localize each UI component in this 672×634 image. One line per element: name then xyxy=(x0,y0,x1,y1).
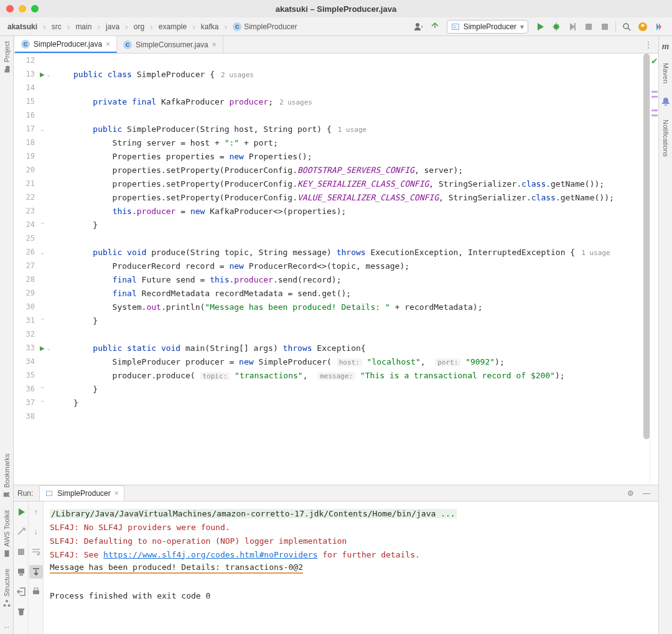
fold-icon[interactable]: ⌄ xyxy=(46,345,51,352)
run-settings-button[interactable] xyxy=(14,525,28,539)
fold-icon[interactable]: ⌃ xyxy=(40,317,45,324)
debug-button[interactable] xyxy=(549,20,563,34)
code-editor[interactable]: 12 13 ▶ ⌄14 15 16 17 ⌄18 19 20 21 22 23 … xyxy=(14,54,658,485)
tab-more-button[interactable]: ⋮ xyxy=(638,36,658,53)
line-number[interactable]: 24 xyxy=(14,220,37,229)
soft-wrap-button[interactable] xyxy=(29,545,43,559)
run-tab[interactable]: SimpleProducer × xyxy=(39,485,124,501)
run-config-selector[interactable]: SimpleProducer ▾ xyxy=(447,20,528,34)
code-line[interactable]: properties.setProperty(ProducerConfig.KE… xyxy=(73,177,650,190)
code-line[interactable]: properties.setProperty(ProducerConfig.VA… xyxy=(73,190,650,204)
line-number[interactable]: 18 xyxy=(14,138,37,147)
fold-icon[interactable]: ⌄ xyxy=(40,126,45,133)
crumb-example[interactable]: example xyxy=(156,21,189,32)
user-button[interactable] xyxy=(412,20,426,34)
line-number[interactable]: 13 xyxy=(14,70,37,78)
code-line[interactable]: Properties properties = new Properties()… xyxy=(73,149,650,163)
code-line[interactable] xyxy=(73,409,650,423)
build-button[interactable] xyxy=(428,20,442,34)
line-number[interactable]: 32 xyxy=(14,330,37,338)
code-line[interactable]: } xyxy=(73,218,650,231)
line-number[interactable]: 20 xyxy=(14,165,37,174)
print-button[interactable] xyxy=(29,585,43,599)
stop-button[interactable] xyxy=(598,20,612,34)
code-line[interactable] xyxy=(73,231,650,245)
code-line[interactable]: String server = host + ":" + port; xyxy=(73,136,650,149)
notifications-icon[interactable] xyxy=(659,95,673,108)
code-line[interactable]: } xyxy=(73,382,650,396)
code-area[interactable]: public class SimpleProducer {2 usages pr… xyxy=(73,54,650,485)
line-number[interactable]: 28 xyxy=(14,275,37,284)
crumb-kafka[interactable]: kafka xyxy=(198,21,222,32)
rerun-button[interactable] xyxy=(14,505,28,519)
line-number[interactable]: 27 xyxy=(14,261,37,270)
code-line[interactable]: private final KafkaProducer producer;2 u… xyxy=(73,95,650,108)
line-number[interactable]: 16 xyxy=(14,111,37,119)
code-line[interactable]: public void produce(String topic, String… xyxy=(73,245,650,259)
delete-button[interactable] xyxy=(14,605,28,618)
line-number[interactable]: 26 xyxy=(14,248,37,256)
code-line[interactable] xyxy=(73,108,650,122)
project-toolwindow-button[interactable]: Project xyxy=(2,41,11,73)
crumb-main[interactable]: main xyxy=(73,21,94,32)
crumb-org[interactable]: org xyxy=(131,21,147,32)
code-line[interactable]: } xyxy=(73,314,650,327)
vertical-scrollbar[interactable] xyxy=(643,54,650,485)
ide-services-button[interactable] xyxy=(652,20,666,34)
close-icon[interactable]: × xyxy=(114,489,119,498)
code-line[interactable]: final Future send = this.producer.send(r… xyxy=(73,273,650,286)
code-line[interactable] xyxy=(73,327,650,341)
stop-run-button[interactable] xyxy=(14,545,28,559)
code-line[interactable] xyxy=(73,81,650,95)
code-line[interactable]: System.out.println("Message has been pro… xyxy=(73,300,650,314)
crumb-src[interactable]: src xyxy=(49,21,64,32)
close-window-icon[interactable] xyxy=(6,5,14,12)
line-number[interactable]: 35 xyxy=(14,371,37,380)
minimize-window-icon[interactable] xyxy=(19,5,26,12)
crumb-project[interactable]: akatsuki xyxy=(5,21,40,32)
fold-icon[interactable]: ⌃ xyxy=(40,221,45,228)
update-button[interactable] xyxy=(636,20,650,34)
dump-threads-button[interactable] xyxy=(14,565,28,579)
bookmarks-toolwindow-button[interactable]: Bookmarks xyxy=(2,454,11,499)
notifications-toolwindow-button[interactable]: Notifications xyxy=(662,119,670,157)
fold-icon[interactable]: ⌄ xyxy=(40,249,45,256)
down-stack-button[interactable]: ↓ xyxy=(29,525,43,539)
line-number[interactable]: 15 xyxy=(14,97,37,106)
code-line[interactable]: this.producer = new KafkaProducer<>(prop… xyxy=(73,204,650,218)
console-link[interactable]: https://www.slf4j.org/codes.html#noProvi… xyxy=(103,550,317,559)
line-number[interactable]: 30 xyxy=(14,302,37,311)
run-settings-icon[interactable]: ⚙ xyxy=(623,487,637,500)
structure-toolwindow-button[interactable]: Structure xyxy=(2,569,11,608)
hide-panel-icon[interactable]: — xyxy=(640,487,653,500)
code-line[interactable]: public static void main(String[] args) t… xyxy=(73,341,650,355)
code-line[interactable]: public class SimpleProducer {2 usages xyxy=(73,67,650,81)
exit-button[interactable] xyxy=(14,585,28,599)
code-line[interactable]: SimpleProducer producer = new SimpleProd… xyxy=(73,355,650,368)
run-gutter-icon[interactable]: ▶ xyxy=(40,345,45,352)
line-number[interactable]: 36 xyxy=(14,385,37,393)
line-number[interactable]: 29 xyxy=(14,289,37,297)
close-icon[interactable]: × xyxy=(212,40,217,49)
code-line[interactable]: producer.produce( topic: "transactions",… xyxy=(73,368,650,382)
line-number[interactable]: 31 xyxy=(14,316,37,325)
console-output[interactable]: /Library/Java/JavaVirtualMachines/amazon… xyxy=(44,501,658,634)
more-toolwindows-button[interactable]: ... xyxy=(4,619,9,634)
line-number[interactable]: 17 xyxy=(14,124,37,133)
line-number[interactable]: 25 xyxy=(14,234,37,243)
code-line[interactable]: } xyxy=(73,396,650,409)
tab-simpleproducer[interactable]: C SimpleProducer.java × xyxy=(15,36,117,53)
maximize-window-icon[interactable] xyxy=(31,5,39,12)
line-number[interactable]: 22 xyxy=(14,193,37,202)
close-icon[interactable]: × xyxy=(106,40,110,49)
fold-icon[interactable]: ⌄ xyxy=(46,71,51,78)
maven-toolwindow-button[interactable]: Maven xyxy=(662,63,670,83)
line-number[interactable]: 34 xyxy=(14,357,37,366)
code-line[interactable]: final RecordMetadata recordMetadata = se… xyxy=(73,286,650,300)
scroll-to-end-button[interactable] xyxy=(29,565,43,579)
tab-simpleconsumer[interactable]: C SimpleConsumer.java × xyxy=(117,36,223,53)
fold-icon[interactable]: ⌃ xyxy=(40,386,45,393)
crumb-java[interactable]: java xyxy=(103,21,122,32)
up-stack-button[interactable]: ↑ xyxy=(29,505,43,519)
line-number[interactable]: 19 xyxy=(14,152,37,161)
